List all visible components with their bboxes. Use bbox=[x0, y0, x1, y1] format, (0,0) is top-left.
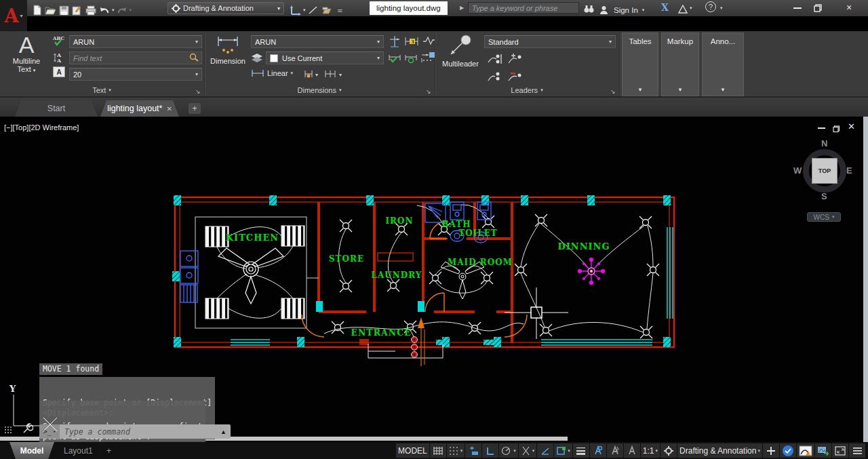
redo-icon[interactable] bbox=[115, 4, 129, 16]
redo-dropdown-icon[interactable]: ▾ bbox=[130, 7, 132, 13]
dimensions-panel-label[interactable]: Dimensions▾ bbox=[205, 85, 434, 96]
text-height-icon[interactable]: A bbox=[53, 66, 65, 77]
wcs-dropdown[interactable]: WCS▾ bbox=[807, 212, 841, 222]
exchange-icon[interactable]: X bbox=[661, 2, 669, 13]
infer-constraints-icon[interactable] bbox=[465, 443, 481, 458]
text-panel-label[interactable]: Text▾ bbox=[0, 85, 203, 96]
vertical-scrollbar[interactable] bbox=[863, 117, 868, 442]
text-panel-launcher-icon[interactable]: ↘ bbox=[195, 88, 201, 95]
dimensions-panel-launcher-icon[interactable]: ↘ bbox=[426, 88, 431, 95]
undo-dropdown-icon[interactable]: ▾ bbox=[112, 7, 115, 13]
help-dropdown-icon[interactable]: ▾ bbox=[720, 5, 723, 11]
application-menu-button[interactable]: A▾ bbox=[0, 0, 27, 31]
isometric-drafting-icon[interactable]: ▾ bbox=[519, 443, 537, 458]
new-drawing-tab-button[interactable]: + bbox=[189, 103, 201, 114]
dim-layer-combo[interactable]: Use Current▾ bbox=[266, 52, 384, 64]
drawing-restore-icon[interactable] bbox=[833, 123, 840, 136]
search-expand-icon[interactable]: ▶ bbox=[460, 5, 464, 11]
graphics-performance-icon[interactable]: ! bbox=[797, 443, 814, 458]
viewcube-top-face[interactable]: TOP bbox=[812, 158, 837, 184]
kitchen-ceiling-fan[interactable] bbox=[218, 248, 283, 304]
linear-dimension-button[interactable]: Linear▾ bbox=[251, 69, 293, 77]
workspace-gear-icon[interactable] bbox=[660, 443, 677, 458]
customize-commandline-icon[interactable] bbox=[4, 426, 14, 439]
undo-icon[interactable] bbox=[98, 4, 111, 16]
hardware-acceleration-icon[interactable] bbox=[780, 443, 796, 458]
drawing-minimize-icon[interactable] bbox=[818, 127, 825, 129]
model-paper-toggle[interactable]: MODEL bbox=[396, 443, 429, 458]
object-snap-tracking-icon[interactable] bbox=[537, 443, 553, 458]
find-text-input[interactable] bbox=[70, 54, 189, 62]
grid-display-icon[interactable] bbox=[430, 443, 446, 458]
tab-close-icon[interactable]: ✕ bbox=[166, 105, 172, 113]
switch-board[interactable] bbox=[412, 337, 418, 358]
polar-tracking-icon[interactable]: ▾ bbox=[499, 443, 518, 458]
text-style-combo[interactable]: ARUN▾ bbox=[69, 35, 202, 48]
annotation-scale-icon[interactable] bbox=[624, 443, 640, 458]
command-history-toggle-icon[interactable]: ▲ bbox=[220, 428, 231, 435]
multiline-text-button[interactable]: A Multiline Text ▾ bbox=[5, 33, 47, 75]
sheet-set-icon[interactable] bbox=[320, 4, 334, 16]
drawing-close-icon[interactable]: ✕ bbox=[848, 121, 855, 132]
add-status-icon[interactable] bbox=[763, 443, 779, 458]
layout1-tab[interactable]: Layout1 bbox=[54, 446, 102, 456]
workspace-combo[interactable]: Drafting & Annotation ▾ bbox=[167, 2, 284, 14]
viewport-controls[interactable]: [−][Top][2D Wireframe] bbox=[4, 123, 79, 132]
commandline-wrench-icon[interactable] bbox=[22, 423, 33, 437]
command-input[interactable] bbox=[60, 427, 220, 437]
search-binoculars-icon[interactable] bbox=[582, 3, 595, 15]
close-button[interactable]: × bbox=[846, 2, 852, 13]
ucs-dropdown-icon[interactable]: ▾ bbox=[303, 7, 306, 13]
dim-edit-icon[interactable]: 3 bbox=[404, 35, 419, 48]
app-store-dropdown-icon[interactable]: ▾ bbox=[690, 5, 692, 11]
annotation-scaling-panel[interactable]: Anno...▼ bbox=[702, 33, 744, 96]
autoscale-icon[interactable] bbox=[607, 443, 623, 458]
dim-check-icon[interactable] bbox=[388, 51, 401, 64]
dim-break-icon[interactable] bbox=[388, 35, 401, 48]
dimension-button[interactable]: Dimension bbox=[208, 35, 248, 65]
new-layout-button[interactable]: + bbox=[102, 445, 116, 456]
new-file-icon[interactable] bbox=[30, 4, 43, 16]
tables-panel[interactable]: Tables▼ bbox=[622, 33, 658, 96]
model-space-tab[interactable]: Model bbox=[9, 442, 54, 459]
file-tab-start[interactable]: Start bbox=[15, 100, 98, 117]
snap-mode-icon[interactable]: ▾ bbox=[447, 443, 465, 458]
open-file-icon[interactable] bbox=[43, 4, 57, 16]
plot-icon[interactable] bbox=[84, 4, 98, 16]
leaders-panel-launcher-icon[interactable]: ↘ bbox=[610, 88, 616, 95]
dim-jog-icon[interactable] bbox=[422, 35, 435, 47]
dim-reassociate-icon[interactable] bbox=[420, 51, 435, 64]
remove-leader-icon[interactable] bbox=[507, 71, 524, 83]
multileader-button[interactable]: Multileader bbox=[439, 34, 481, 68]
search-input[interactable] bbox=[469, 4, 578, 12]
multileader-style-combo[interactable]: Standard▾ bbox=[484, 35, 616, 48]
find-text-search-icon[interactable] bbox=[189, 52, 201, 64]
ucs-tool-icon[interactable] bbox=[289, 4, 302, 16]
drawing-canvas[interactable]: [−][Top][2D Wireframe] ✕ N W E S TOP WCS… bbox=[0, 117, 868, 442]
minimize-button[interactable] bbox=[793, 7, 802, 9]
save-as-icon[interactable] bbox=[71, 4, 84, 16]
ortho-mode-icon[interactable] bbox=[482, 443, 498, 458]
search-box[interactable] bbox=[468, 2, 579, 14]
command-line[interactable]: >_▾ ▲ bbox=[39, 424, 231, 439]
isolate-objects-icon[interactable] bbox=[815, 443, 831, 458]
qat-collapse-icon[interactable]: ≂ bbox=[334, 4, 347, 16]
ironing-board[interactable] bbox=[378, 253, 413, 261]
add-leader-icon[interactable] bbox=[507, 53, 524, 65]
maid-room-ceiling-fan[interactable] bbox=[441, 262, 484, 299]
workspace-switcher[interactable]: Drafting & Annotation▾ bbox=[677, 443, 762, 458]
object-snap-icon[interactable]: ▾ bbox=[554, 443, 572, 458]
dim-layer-icon[interactable] bbox=[251, 53, 263, 64]
markup-panel[interactable]: Markup▼ bbox=[661, 33, 699, 96]
file-tab-lighting-layout[interactable]: lighting layout*✕ bbox=[100, 100, 179, 117]
find-text-field[interactable] bbox=[69, 52, 202, 64]
text-height-combo[interactable]: 20▾ bbox=[69, 68, 202, 81]
sign-in-dropdown-icon[interactable]: ▾ bbox=[642, 7, 645, 13]
collect-leaders-icon[interactable] bbox=[487, 71, 503, 83]
line-tool-icon[interactable] bbox=[307, 4, 320, 16]
sign-in-button[interactable]: Sign In bbox=[614, 6, 638, 14]
scale-selector[interactable]: 1:1▾ bbox=[641, 443, 660, 458]
spell-check-icon[interactable]: ABC bbox=[52, 35, 66, 46]
align-leaders-icon[interactable] bbox=[487, 53, 503, 65]
dim-update-icon[interactable] bbox=[404, 51, 418, 64]
